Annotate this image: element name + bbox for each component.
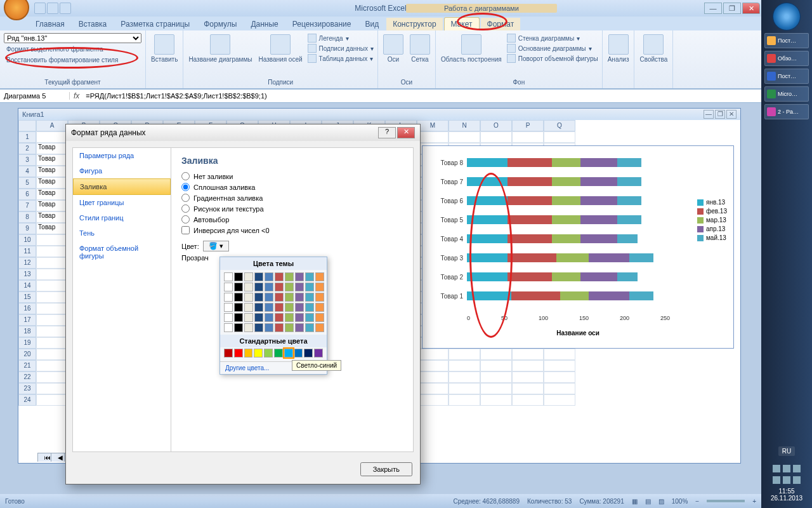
tray-icon[interactable] [783, 465, 790, 472]
save-icon[interactable] [34, 3, 46, 14]
color-swatch[interactable] [224, 349, 233, 358]
row-header[interactable]: 16 [18, 303, 36, 314]
color-swatch[interactable] [265, 272, 273, 281]
tab-chart-format[interactable]: Формат [481, 18, 521, 30]
color-swatch[interactable] [234, 313, 243, 322]
redo-icon[interactable] [60, 3, 71, 14]
data-labels-button[interactable]: Подписи данных ▾ [308, 43, 374, 53]
cell[interactable]: Товар [36, 154, 68, 166]
cell[interactable] [512, 131, 544, 143]
legend-item[interactable]: май.13 [697, 234, 727, 241]
tab-review[interactable]: Рецензирование [286, 18, 358, 30]
color-swatch[interactable] [244, 293, 253, 302]
fill-none-radio[interactable] [181, 172, 190, 180]
bar-segment[interactable] [580, 196, 617, 205]
row-header[interactable]: 9 [18, 223, 36, 234]
dialog-help-button[interactable]: ? [378, 127, 396, 138]
bar-segment[interactable] [580, 272, 617, 281]
close-button[interactable]: ✕ [742, 3, 760, 14]
color-swatch[interactable] [275, 303, 284, 312]
color-swatch[interactable] [275, 293, 284, 302]
color-swatch[interactable] [224, 303, 233, 312]
fill-solid-radio[interactable] [181, 183, 190, 191]
color-swatch[interactable] [264, 349, 273, 358]
col-header[interactable]: M [417, 120, 449, 131]
nav-3d-format[interactable]: Формат объемной фигуры [73, 241, 171, 264]
cell[interactable] [544, 371, 575, 383]
color-swatch[interactable] [295, 313, 304, 322]
tray-icon[interactable] [773, 465, 780, 472]
fx-icon[interactable]: fx [70, 91, 83, 100]
cell[interactable]: Товар [36, 166, 68, 177]
zoom-in-button[interactable]: + [752, 498, 756, 505]
color-swatch[interactable] [234, 293, 243, 302]
select-all-corner[interactable] [18, 120, 36, 131]
cell[interactable] [480, 394, 512, 406]
cell[interactable] [512, 349, 544, 360]
bar-segment[interactable] [508, 234, 552, 243]
col-header[interactable]: P [512, 120, 544, 131]
color-swatch[interactable] [254, 303, 263, 312]
cell[interactable] [480, 371, 512, 383]
cell[interactable] [417, 371, 449, 383]
start-button[interactable] [773, 3, 801, 30]
reset-style-button[interactable]: Восстановить форматирование стиля [4, 55, 118, 65]
color-swatch[interactable] [234, 303, 243, 312]
color-swatch[interactable] [285, 283, 294, 291]
color-swatch[interactable] [254, 313, 263, 322]
cell[interactable] [449, 131, 480, 143]
color-swatch[interactable] [305, 293, 314, 302]
axes-button[interactable]: Оси [382, 33, 405, 64]
color-swatch[interactable] [254, 293, 263, 302]
cell[interactable] [544, 360, 575, 371]
bar-segment[interactable] [589, 291, 629, 300]
row-header[interactable]: 10 [18, 234, 36, 246]
color-swatch[interactable] [224, 323, 233, 332]
bar-segment[interactable] [580, 177, 617, 186]
cell[interactable] [36, 257, 68, 269]
color-swatch[interactable] [224, 293, 233, 302]
bar-segment[interactable] [467, 215, 508, 224]
row-header[interactable]: 14 [18, 280, 36, 291]
chart-axis-title[interactable]: Название оси [422, 330, 733, 337]
color-swatch[interactable] [254, 272, 263, 281]
undo-icon[interactable] [47, 3, 58, 14]
book-max-button[interactable]: ❐ [715, 110, 725, 119]
bar-segment[interactable] [580, 158, 617, 167]
bar-segment[interactable] [580, 234, 617, 243]
cell[interactable] [449, 349, 480, 360]
bar-segment[interactable] [617, 177, 641, 186]
chart-floor-button[interactable]: Основание диаграммы ▾ [507, 43, 598, 53]
cell[interactable] [417, 349, 449, 360]
tab-chart-design[interactable]: Конструктор [386, 18, 442, 30]
color-swatch[interactable] [244, 303, 253, 312]
color-swatch[interactable] [305, 303, 314, 312]
cell[interactable] [417, 394, 449, 406]
clock-date[interactable]: 26.11.2013 [765, 495, 808, 502]
gridlines-button[interactable]: Сетка [409, 33, 431, 64]
col-header[interactable]: O [480, 120, 512, 131]
cell[interactable] [36, 326, 68, 337]
color-picker-button[interactable]: 🪣 ▾ [203, 241, 229, 251]
cell[interactable] [417, 383, 449, 394]
nav-shape[interactable]: Фигура [73, 163, 171, 178]
cell[interactable] [449, 383, 480, 394]
color-swatch[interactable] [244, 283, 253, 291]
bar-segment[interactable] [556, 253, 589, 262]
view-layout-icon[interactable]: ▤ [645, 498, 651, 505]
col-header[interactable]: N [449, 120, 480, 131]
cell[interactable] [449, 394, 480, 406]
chart-wall-button[interactable]: Стенка диаграммы ▾ [507, 33, 598, 43]
cell[interactable] [544, 349, 575, 360]
cell[interactable] [449, 371, 480, 383]
taskbar-item-2[interactable]: Обзо… [764, 51, 809, 66]
color-swatch[interactable] [234, 272, 243, 281]
color-swatch[interactable] [285, 293, 294, 302]
cell[interactable]: Товар [36, 223, 68, 234]
chart-title-button[interactable]: Название диаграммы [187, 33, 253, 64]
cell[interactable]: Товар [36, 189, 68, 200]
color-swatch[interactable] [315, 323, 324, 332]
row-header[interactable]: 7 [18, 200, 36, 211]
color-swatch[interactable] [234, 323, 243, 332]
analysis-button[interactable]: Анализ [606, 33, 631, 64]
